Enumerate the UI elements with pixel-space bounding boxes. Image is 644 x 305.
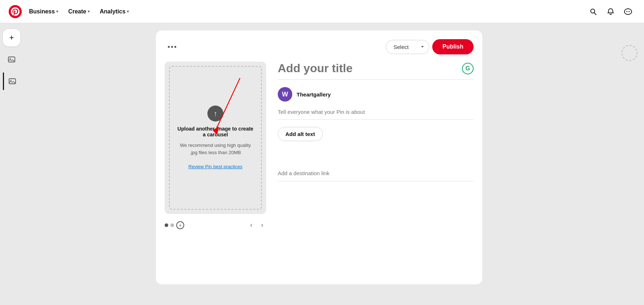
svg-point-5 bbox=[628, 11, 628, 12]
carousel-controls: + ‹ › bbox=[165, 218, 266, 232]
right-panel: G W Theartgallery Add alt text bbox=[278, 62, 474, 276]
pin-creation-card: ••• Select Publish bbox=[156, 30, 482, 284]
svg-point-8 bbox=[10, 58, 11, 59]
card-body: ↑ Upload another image to create a carou… bbox=[165, 62, 474, 276]
title-input[interactable] bbox=[278, 62, 462, 75]
bell-icon bbox=[607, 8, 614, 15]
topnav-right bbox=[586, 4, 635, 19]
messages-button[interactable] bbox=[621, 4, 635, 19]
more-options-button[interactable]: ••• bbox=[165, 41, 180, 53]
chevron-down-icon: ▾ bbox=[127, 9, 129, 13]
left-panel: ↑ Upload another image to create a carou… bbox=[165, 62, 266, 276]
upload-area[interactable]: ↑ Upload another image to create a carou… bbox=[165, 62, 266, 214]
sidebar-add-button[interactable]: + bbox=[3, 29, 20, 46]
grammarly-icon: G bbox=[462, 63, 474, 74]
svg-point-10 bbox=[10, 80, 11, 81]
right-sidebar bbox=[615, 23, 644, 305]
svg-line-11 bbox=[215, 78, 240, 131]
next-button[interactable]: › bbox=[258, 220, 266, 230]
sidebar-gallery-button-2[interactable] bbox=[3, 73, 20, 90]
sidebar-gallery-button-1[interactable] bbox=[3, 51, 20, 68]
center-content: ••• Select Publish bbox=[23, 23, 615, 305]
add-dot-button[interactable]: + bbox=[176, 221, 184, 229]
title-row: G bbox=[278, 62, 474, 80]
publish-button[interactable]: Publish bbox=[432, 39, 474, 54]
pinterest-logo bbox=[9, 5, 22, 18]
upload-inner: ↑ Upload another image to create a carou… bbox=[169, 66, 262, 210]
chevron-down-icon: ▾ bbox=[88, 9, 90, 13]
account-name: Theartgallery bbox=[297, 91, 331, 98]
svg-rect-7 bbox=[8, 57, 15, 62]
dashed-circle bbox=[622, 45, 637, 61]
nav-arrows: ‹ › bbox=[247, 220, 266, 230]
account-row: W Theartgallery bbox=[278, 87, 474, 102]
dot-2 bbox=[170, 223, 174, 227]
upload-desc: We recommend using high quality .jpg fil… bbox=[170, 142, 261, 170]
description-input[interactable] bbox=[278, 109, 474, 120]
carousel-dots: + bbox=[165, 221, 184, 229]
header-right: Select Publish bbox=[386, 39, 474, 54]
chevron-down-icon: ▾ bbox=[56, 9, 58, 13]
review-link[interactable]: Review Pin best practices bbox=[189, 164, 243, 169]
gallery-icon bbox=[7, 55, 16, 64]
upload-button[interactable]: ↑ bbox=[207, 106, 223, 121]
notifications-button[interactable] bbox=[603, 4, 618, 19]
alt-text-button[interactable]: Add alt text bbox=[278, 127, 323, 141]
gallery-icon-2 bbox=[8, 77, 17, 86]
topnav-business[interactable]: Business ▾ bbox=[25, 5, 62, 18]
upload-title: Upload another image to create a carouse… bbox=[170, 126, 261, 137]
svg-rect-9 bbox=[9, 79, 16, 84]
search-icon bbox=[590, 8, 597, 15]
red-arrow bbox=[170, 67, 261, 209]
topnav-analytics[interactable]: Analytics ▾ bbox=[95, 5, 133, 18]
svg-point-6 bbox=[629, 11, 630, 12]
card-header: ••• Select Publish bbox=[165, 39, 474, 54]
svg-line-2 bbox=[594, 13, 596, 15]
topnav-create[interactable]: Create ▾ bbox=[64, 5, 94, 18]
chat-icon bbox=[624, 8, 632, 15]
topnav-items: Business ▾ Create ▾ Analytics ▾ bbox=[25, 5, 133, 18]
search-button[interactable] bbox=[586, 4, 600, 19]
svg-point-4 bbox=[626, 11, 627, 12]
main-layout: + ••• bbox=[0, 23, 644, 305]
sidebar: + bbox=[0, 23, 23, 305]
topnav: Business ▾ Create ▾ Analytics ▾ bbox=[0, 0, 644, 23]
board-select[interactable]: Select bbox=[386, 40, 429, 54]
prev-button[interactable]: ‹ bbox=[247, 220, 255, 230]
destination-row bbox=[278, 170, 474, 181]
dot-1 bbox=[165, 223, 168, 227]
destination-link-input[interactable] bbox=[278, 170, 474, 176]
avatar: W bbox=[278, 87, 292, 102]
svg-point-0 bbox=[9, 5, 22, 18]
